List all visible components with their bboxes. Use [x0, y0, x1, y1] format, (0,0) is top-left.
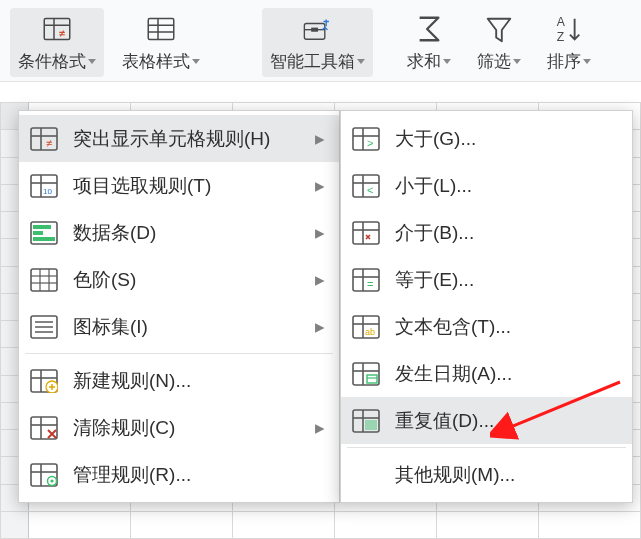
menu-label: 图标集(I): [73, 314, 301, 340]
submenu-arrow-icon: ▸: [315, 416, 325, 439]
svg-rect-54: [353, 222, 379, 244]
menu-top-rules[interactable]: 10 项目选取规则(T) ▸: [19, 162, 339, 209]
svg-rect-0: [44, 19, 70, 40]
svg-rect-50: [353, 175, 379, 197]
menu-label: 数据条(D): [73, 220, 301, 246]
menu-other-rules[interactable]: 其他规则(M)...: [341, 451, 632, 498]
menu-label: 大于(G)...: [395, 126, 618, 152]
svg-text:≠: ≠: [46, 137, 52, 149]
menu-label: 小于(L)...: [395, 173, 618, 199]
menu-separator: [347, 447, 626, 448]
funnel-icon: [484, 14, 514, 44]
caret-down-icon: [192, 59, 200, 64]
sigma-icon: [414, 14, 444, 44]
caret-down-icon: [88, 59, 96, 64]
sum-button[interactable]: 求和: [399, 8, 459, 77]
submenu-arrow-icon: ▸: [315, 268, 325, 291]
menu-label: 发生日期(A)...: [395, 361, 618, 387]
svg-rect-68: [367, 375, 377, 383]
sort-button[interactable]: AZ 排序: [539, 8, 599, 77]
submenu-arrow-icon: ▸: [315, 221, 325, 244]
svg-rect-24: [33, 237, 55, 241]
sort-label: 排序: [547, 50, 581, 73]
submenu-arrow-icon: ▸: [315, 174, 325, 197]
new-rule-icon: [29, 368, 59, 394]
caret-down-icon: [443, 59, 451, 64]
menu-icon-sets[interactable]: 图标集(I) ▸: [19, 303, 339, 350]
menu-manage-rules[interactable]: 管理规则(R)...: [19, 451, 339, 498]
conditional-format-icon: ≠: [42, 14, 72, 44]
svg-rect-22: [33, 225, 51, 229]
equal-icon: =: [351, 267, 381, 293]
table-style-label: 表格样式: [122, 50, 190, 73]
svg-text:<: <: [367, 184, 373, 196]
menu-data-bars[interactable]: 数据条(D) ▸: [19, 209, 339, 256]
text-contains-icon: ab: [351, 314, 381, 340]
menu-equal[interactable]: = 等于(E)...: [341, 256, 632, 303]
svg-rect-41: [31, 464, 57, 486]
date-icon: [351, 361, 381, 387]
menu-label: 其他规则(M)...: [395, 462, 618, 488]
menu-highlight-rules[interactable]: ≠ 突出显示单元格规则(H) ▸: [19, 115, 339, 162]
less-than-icon: <: [351, 173, 381, 199]
greater-than-icon: >: [351, 126, 381, 152]
svg-text:10: 10: [43, 187, 52, 196]
menu-label: 文本包含(T)...: [395, 314, 618, 340]
table-style-icon: [146, 14, 176, 44]
conditional-format-menu: ≠ 突出显示单元格规则(H) ▸ 10 项目选取规则(T) ▸ 数据条(D) ▸…: [18, 110, 340, 503]
menu-greater-than[interactable]: > 大于(G)...: [341, 115, 632, 162]
menu-label: 突出显示单元格规则(H): [73, 126, 301, 152]
svg-rect-65: [353, 363, 379, 385]
submenu-arrow-icon: ▸: [315, 315, 325, 338]
menu-label: 色阶(S): [73, 267, 301, 293]
highlight-rules-icon: ≠: [29, 126, 59, 152]
svg-rect-4: [148, 19, 174, 40]
menu-duplicate-values[interactable]: 重复值(D)...: [341, 397, 632, 444]
duplicate-icon: [351, 408, 381, 434]
svg-rect-10: [311, 28, 318, 32]
highlight-rules-submenu: > 大于(G)... < 小于(L)... 介于(B)... = 等于(E)..…: [340, 110, 633, 503]
menu-color-scales[interactable]: 色阶(S) ▸: [19, 256, 339, 303]
conditional-format-button[interactable]: ≠ 条件格式: [10, 8, 104, 77]
menu-text-contains[interactable]: ab 文本包含(T)...: [341, 303, 632, 350]
svg-text:A: A: [557, 15, 566, 29]
menu-clear-rules[interactable]: 清除规则(C) ▸: [19, 404, 339, 451]
menu-label: 重复值(D)...: [395, 408, 618, 434]
menu-date[interactable]: 发生日期(A)...: [341, 350, 632, 397]
clear-rules-icon: [29, 415, 59, 441]
caret-down-icon: [357, 59, 365, 64]
data-bars-icon: [29, 220, 59, 246]
sum-label: 求和: [407, 50, 441, 73]
svg-rect-73: [365, 420, 377, 430]
menu-label: 项目选取规则(T): [73, 173, 301, 199]
svg-rect-25: [31, 269, 57, 291]
svg-text:Z: Z: [557, 30, 565, 44]
between-icon: [351, 220, 381, 246]
filter-label: 筛选: [477, 50, 511, 73]
menu-less-than[interactable]: < 小于(L)...: [341, 162, 632, 209]
svg-text:>: >: [367, 137, 373, 149]
menu-between[interactable]: 介于(B)...: [341, 209, 632, 256]
smart-toolbox-label: 智能工具箱: [270, 50, 355, 73]
ribbon-toolbar: ≠ 条件格式 表格样式 智能工具箱 求和 筛选 AZ 排序: [0, 0, 641, 82]
svg-rect-46: [353, 128, 379, 150]
svg-text:ab: ab: [365, 327, 375, 337]
caret-down-icon: [513, 59, 521, 64]
icon-sets-icon: [29, 314, 59, 340]
caret-down-icon: [583, 59, 591, 64]
menu-label: 介于(B)...: [395, 220, 618, 246]
menu-new-rule[interactable]: 新建规则(N)...: [19, 357, 339, 404]
table-style-button[interactable]: 表格样式: [114, 8, 208, 77]
sort-icon: AZ: [554, 14, 584, 44]
svg-rect-13: [31, 128, 57, 150]
menu-label: 等于(E)...: [395, 267, 618, 293]
filter-button[interactable]: 筛选: [469, 8, 529, 77]
top-rules-icon: 10: [29, 173, 59, 199]
svg-point-45: [50, 479, 53, 482]
smart-toolbox-icon: [303, 14, 333, 44]
menu-label: 清除规则(C): [73, 415, 301, 441]
smart-toolbox-button[interactable]: 智能工具箱: [262, 8, 373, 77]
menu-label: 管理规则(R)...: [73, 462, 325, 488]
svg-rect-23: [33, 231, 43, 235]
conditional-format-label: 条件格式: [18, 50, 86, 73]
